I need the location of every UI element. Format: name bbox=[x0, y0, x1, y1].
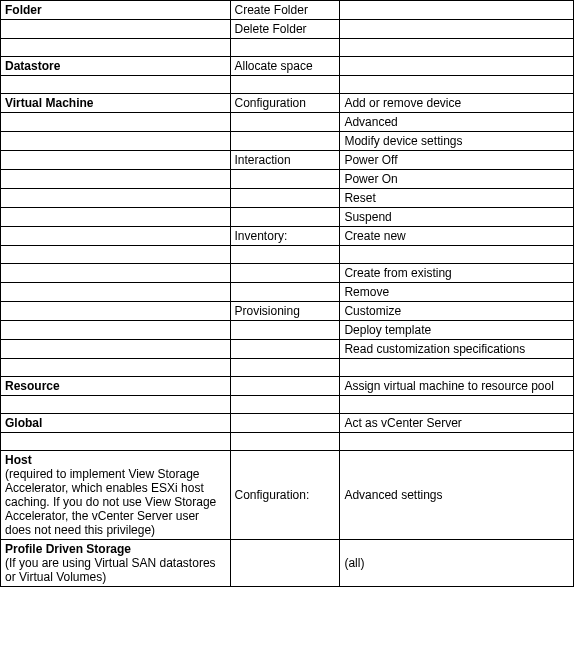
privilege-group-cell bbox=[230, 76, 340, 94]
privilege-category-cell bbox=[1, 227, 231, 246]
privilege-item-cell: Assign virtual machine to resource pool bbox=[340, 377, 574, 396]
table-row: Profile Driven Storage(If you are using … bbox=[1, 540, 574, 587]
privilege-category-cell bbox=[1, 20, 231, 39]
privilege-category-cell bbox=[1, 433, 231, 451]
privilege-item-cell: Remove bbox=[340, 283, 574, 302]
table-row: Suspend bbox=[1, 208, 574, 227]
table-row: Remove bbox=[1, 283, 574, 302]
privilege-item-cell: Power Off bbox=[340, 151, 574, 170]
table-row bbox=[1, 433, 574, 451]
table-row: InteractionPower Off bbox=[1, 151, 574, 170]
category-title: Profile Driven Storage bbox=[5, 542, 131, 556]
category-note: (If you are using Virtual SAN datastores… bbox=[5, 556, 216, 584]
privilege-item-cell bbox=[340, 359, 574, 377]
privilege-group-cell bbox=[230, 189, 340, 208]
table-row: ProvisioningCustomize bbox=[1, 302, 574, 321]
privilege-group-cell: Provisioning bbox=[230, 302, 340, 321]
privilege-group-cell bbox=[230, 377, 340, 396]
privilege-group-cell bbox=[230, 433, 340, 451]
privilege-group-cell bbox=[230, 359, 340, 377]
privilege-item-cell: Advanced settings bbox=[340, 451, 574, 540]
privilege-group-cell bbox=[230, 414, 340, 433]
privilege-group-cell bbox=[230, 283, 340, 302]
table-row: Advanced bbox=[1, 113, 574, 132]
category-title: Global bbox=[5, 416, 42, 430]
table-row: Virtual MachineConfigurationAdd or remov… bbox=[1, 94, 574, 113]
privilege-category-cell: Folder bbox=[1, 1, 231, 20]
privilege-category-cell bbox=[1, 302, 231, 321]
privilege-item-cell bbox=[340, 76, 574, 94]
privilege-category-cell: Host(required to implement View Storage … bbox=[1, 451, 231, 540]
privilege-category-cell: Virtual Machine bbox=[1, 94, 231, 113]
privilege-category-cell bbox=[1, 208, 231, 227]
privilege-item-cell: Deploy template bbox=[340, 321, 574, 340]
category-title: Resource bbox=[5, 379, 60, 393]
privilege-item-cell bbox=[340, 246, 574, 264]
privilege-category-cell: Resource bbox=[1, 377, 231, 396]
category-title: Virtual Machine bbox=[5, 96, 93, 110]
privilege-group-cell: Delete Folder bbox=[230, 20, 340, 39]
privilege-category-cell: Datastore bbox=[1, 57, 231, 76]
privilege-category-cell bbox=[1, 39, 231, 57]
privilege-category-cell bbox=[1, 246, 231, 264]
category-title: Datastore bbox=[5, 59, 60, 73]
privilege-item-cell bbox=[340, 396, 574, 414]
table-row: Power On bbox=[1, 170, 574, 189]
table-row: DatastoreAllocate space bbox=[1, 57, 574, 76]
privilege-item-cell: Suspend bbox=[340, 208, 574, 227]
privilege-item-cell: Create from existing bbox=[340, 264, 574, 283]
privilege-item-cell: Add or remove device bbox=[340, 94, 574, 113]
privilege-item-cell: Power On bbox=[340, 170, 574, 189]
privilege-group-cell bbox=[230, 540, 340, 587]
privilege-category-cell: Profile Driven Storage(If you are using … bbox=[1, 540, 231, 587]
table-row: Modify device settings bbox=[1, 132, 574, 151]
category-title: Host bbox=[5, 453, 32, 467]
privilege-group-cell: Configuration: bbox=[230, 451, 340, 540]
privilege-group-cell: Interaction bbox=[230, 151, 340, 170]
table-row bbox=[1, 396, 574, 414]
privilege-category-cell bbox=[1, 396, 231, 414]
table-row bbox=[1, 39, 574, 57]
privilege-group-cell: Inventory: bbox=[230, 227, 340, 246]
privilege-item-cell bbox=[340, 57, 574, 76]
privilege-item-cell: Reset bbox=[340, 189, 574, 208]
privilege-category-cell bbox=[1, 76, 231, 94]
privilege-item-cell: Read customization specifications bbox=[340, 340, 574, 359]
privilege-item-cell bbox=[340, 1, 574, 20]
privilege-group-cell bbox=[230, 246, 340, 264]
privilege-group-cell bbox=[230, 321, 340, 340]
privilege-category-cell bbox=[1, 113, 231, 132]
privilege-group-cell bbox=[230, 396, 340, 414]
privilege-item-cell bbox=[340, 39, 574, 57]
privilege-group-cell: Allocate space bbox=[230, 57, 340, 76]
table-row: Create from existing bbox=[1, 264, 574, 283]
privilege-item-cell: Customize bbox=[340, 302, 574, 321]
table-row: Read customization specifications bbox=[1, 340, 574, 359]
privilege-category-cell bbox=[1, 189, 231, 208]
privilege-category-cell bbox=[1, 283, 231, 302]
privilege-category-cell bbox=[1, 340, 231, 359]
privilege-group-cell bbox=[230, 132, 340, 151]
privilege-category-cell bbox=[1, 359, 231, 377]
privilege-group-cell bbox=[230, 264, 340, 283]
privilege-category-cell bbox=[1, 321, 231, 340]
privilege-item-cell: Create new bbox=[340, 227, 574, 246]
privilege-item-cell: Act as vCenter Server bbox=[340, 414, 574, 433]
privilege-group-cell: Create Folder bbox=[230, 1, 340, 20]
privilege-category-cell bbox=[1, 264, 231, 283]
privilege-category-cell bbox=[1, 151, 231, 170]
privilege-group-cell bbox=[230, 208, 340, 227]
privilege-item-cell: (all) bbox=[340, 540, 574, 587]
table-row: Delete Folder bbox=[1, 20, 574, 39]
privilege-category-cell bbox=[1, 170, 231, 189]
table-row bbox=[1, 246, 574, 264]
table-row: Inventory:Create new bbox=[1, 227, 574, 246]
table-row: Host(required to implement View Storage … bbox=[1, 451, 574, 540]
table-row: Reset bbox=[1, 189, 574, 208]
category-title: Folder bbox=[5, 3, 42, 17]
table-row: ResourceAssign virtual machine to resour… bbox=[1, 377, 574, 396]
privilege-category-cell: Global bbox=[1, 414, 231, 433]
privilege-group-cell bbox=[230, 113, 340, 132]
privilege-item-cell: Advanced bbox=[340, 113, 574, 132]
table-row: Deploy template bbox=[1, 321, 574, 340]
